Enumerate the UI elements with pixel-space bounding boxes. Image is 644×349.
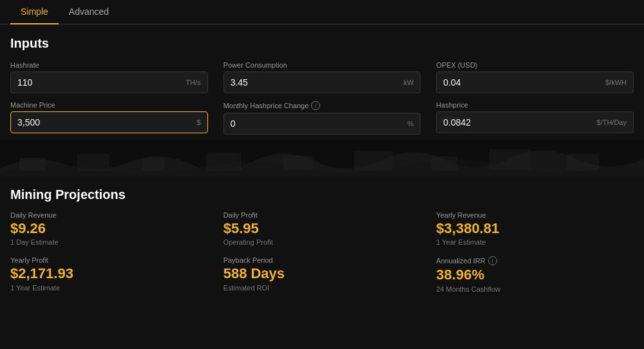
daily-revenue-item: Daily Revenue $9.26 1 Day Estimate [10, 211, 208, 246]
opex-input[interactable] [437, 72, 599, 93]
yearly-revenue-item: Yearly Revenue $3,380.81 1 Year Estimate [436, 211, 634, 246]
machine-price-group: Machine Price $ [10, 101, 208, 135]
svg-rect-3 [142, 159, 164, 171]
svg-rect-9 [567, 154, 599, 171]
power-consumption-input[interactable] [224, 72, 397, 93]
projections-title: Mining Projections [10, 187, 634, 202]
tab-simple[interactable]: Simple [10, 0, 59, 24]
machine-price-input[interactable] [11, 112, 191, 133]
daily-profit-sublabel: Operating Profit [223, 238, 421, 246]
svg-rect-2 [77, 154, 109, 171]
monthly-hashprice-info-icon[interactable]: i [311, 101, 320, 110]
annualized-irr-info-icon[interactable]: i [488, 256, 497, 265]
hashrate-input[interactable] [11, 72, 179, 93]
monthly-hashprice-group: Monthly Hashprice Change i % [223, 101, 421, 135]
machine-price-unit: $ [191, 118, 207, 126]
annualized-irr-label: Annualized IRR i [436, 256, 634, 265]
inputs-section: Inputs Hashrate TH/s Power Consumption k… [0, 24, 644, 140]
power-consumption-label: Power Consumption [223, 61, 421, 69]
opex-unit: $/kWH [599, 79, 633, 86]
daily-profit-value: $5.95 [223, 220, 421, 237]
svg-rect-6 [354, 151, 393, 171]
power-consumption-group: Power Consumption kW [223, 61, 421, 93]
opex-group: OPEX (USD) $/kWH [436, 61, 634, 93]
hashprice-input[interactable] [437, 112, 590, 133]
annualized-irr-item: Annualized IRR i 38.96% 24 Months Cashfl… [436, 256, 634, 292]
payback-period-sublabel: Estimated ROI [223, 284, 421, 292]
svg-rect-7 [431, 156, 457, 171]
payback-period-item: Payback Period 588 Days Estimated ROI [223, 256, 421, 292]
daily-profit-label: Daily Profit [223, 211, 421, 219]
svg-rect-4 [206, 153, 242, 171]
monthly-hashprice-input[interactable] [224, 113, 401, 134]
hashprice-label: Hashprice [436, 101, 634, 109]
yearly-profit-value: $2,171.93 [10, 265, 208, 282]
yearly-profit-item: Yearly Profit $2,171.93 1 Year Estimate [10, 256, 208, 292]
projections-section: Mining Projections Daily Revenue $9.26 1… [0, 178, 644, 298]
svg-rect-1 [19, 158, 45, 171]
machine-price-input-wrapper: $ [10, 111, 208, 133]
annualized-irr-value: 38.96% [436, 267, 634, 283]
hashprice-unit: $/TH/Day [591, 118, 633, 126]
daily-revenue-value: $9.26 [10, 220, 208, 237]
hashrate-input-wrapper: TH/s [10, 71, 208, 93]
daily-profit-item: Daily Profit $5.95 Operating Profit [223, 211, 421, 246]
svg-rect-8 [489, 149, 531, 170]
tab-advanced[interactable]: Advanced [59, 0, 119, 24]
hashrate-group: Hashrate TH/s [10, 61, 208, 93]
monthly-hashprice-unit: % [401, 120, 421, 127]
power-consumption-unit: kW [397, 79, 420, 86]
payback-period-label: Payback Period [223, 256, 421, 264]
daily-revenue-sublabel: 1 Day Estimate [10, 238, 208, 246]
projections-grid: Daily Revenue $9.26 1 Day Estimate Daily… [10, 211, 634, 293]
monthly-hashprice-label: Monthly Hashprice Change i [223, 101, 421, 110]
daily-revenue-label: Daily Revenue [10, 211, 208, 219]
yearly-profit-sublabel: 1 Year Estimate [10, 284, 208, 292]
inputs-title: Inputs [10, 36, 634, 51]
machine-price-label: Machine Price [10, 101, 208, 109]
yearly-profit-label: Yearly Profit [10, 256, 208, 264]
tab-bar: Simple Advanced [0, 0, 644, 24]
annualized-irr-sublabel: 24 Months Cashflow [436, 285, 634, 293]
hashrate-unit: TH/s [179, 79, 207, 86]
svg-rect-5 [283, 156, 312, 170]
power-consumption-input-wrapper: kW [223, 71, 421, 93]
yearly-revenue-label: Yearly Revenue [436, 211, 634, 219]
hashprice-group: Hashprice $/TH/Day [436, 101, 634, 135]
chart-area [0, 140, 644, 178]
yearly-revenue-value: $3,380.81 [436, 220, 634, 237]
opex-input-wrapper: $/kWH [436, 71, 634, 93]
hashrate-label: Hashrate [10, 61, 208, 69]
monthly-hashprice-input-wrapper: % [223, 113, 421, 135]
hashprice-input-wrapper: $/TH/Day [436, 111, 634, 133]
yearly-revenue-sublabel: 1 Year Estimate [436, 238, 634, 246]
payback-period-value: 588 Days [223, 265, 421, 282]
opex-label: OPEX (USD) [436, 61, 634, 69]
inputs-grid: Hashrate TH/s Power Consumption kW OPEX … [10, 61, 634, 135]
